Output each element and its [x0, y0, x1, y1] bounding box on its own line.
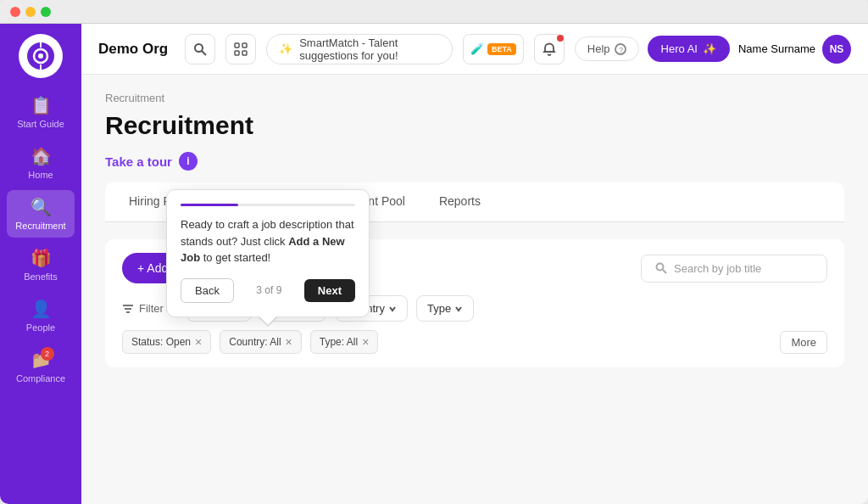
svg-point-13: [657, 264, 664, 271]
sidebar-item-compliance[interactable]: 📁 2 Compliance: [7, 343, 75, 390]
main-content: Demo Org ✨ Sm: [81, 24, 868, 504]
svg-point-5: [195, 44, 203, 52]
filter-type-label: Type: [427, 302, 451, 315]
search-button[interactable]: [185, 34, 215, 64]
svg-point-2: [38, 53, 43, 59]
compliance-badge: 2: [41, 347, 54, 361]
tooltip-next-button[interactable]: Next: [304, 279, 355, 302]
chip-status-close[interactable]: ×: [195, 335, 202, 349]
svg-text:?: ?: [619, 46, 623, 54]
hero-ai-button[interactable]: Hero AI ✨: [648, 36, 730, 62]
search-job-input[interactable]: Search by job title: [641, 255, 827, 283]
people-icon: 👤: [31, 299, 52, 319]
maximize-button[interactable]: [41, 7, 51, 17]
start-guide-icon: 📋: [31, 95, 52, 115]
chip-type-label: Type: All: [320, 336, 358, 348]
tab-label: Reports: [439, 194, 481, 208]
svg-rect-8: [242, 43, 247, 48]
minimize-button[interactable]: [25, 7, 36, 17]
take-tour-button[interactable]: Take a tour i: [105, 152, 844, 171]
svg-rect-10: [242, 51, 247, 55]
app-window: 📋 Start Guide 🏠 Home 🔍 Recruitment 🎁 Ben…: [0, 0, 868, 504]
sidebar-item-benefits[interactable]: 🎁 Benefits: [7, 241, 75, 288]
sidebar-item-label: Compliance: [16, 373, 65, 384]
flask-icon: 🧪: [470, 42, 484, 55]
sidebar-item-label: People: [26, 322, 55, 333]
sidebar-item-home[interactable]: 🏠 Home: [7, 139, 75, 187]
notification-dot: [557, 35, 564, 42]
topnav-right: Help ? Hero AI ✨ Name Surname NS: [575, 35, 851, 64]
sidebar-item-label: Benefits: [24, 272, 58, 282]
help-label: Help: [587, 42, 610, 55]
sidebar: 📋 Start Guide 🏠 Home 🔍 Recruitment 🎁 Ben…: [0, 24, 81, 504]
chips-row: Status: Open × Country: All × Type: All …: [122, 330, 827, 354]
hero-ai-label: Hero AI: [661, 42, 698, 55]
tooltip-back-button[interactable]: Back: [181, 278, 234, 303]
sidebar-item-label: Start Guide: [17, 119, 64, 129]
beta-label: BETA: [487, 43, 516, 55]
sidebar-logo: [19, 34, 63, 78]
sidebar-item-people[interactable]: 👤 People: [7, 292, 75, 339]
close-button[interactable]: [10, 7, 20, 17]
chip-type-close[interactable]: ×: [362, 335, 369, 349]
svg-rect-7: [235, 43, 239, 48]
more-button[interactable]: More: [780, 331, 827, 354]
notifications-button[interactable]: [534, 34, 565, 64]
tab-reports[interactable]: Reports: [422, 182, 498, 221]
recruitment-icon: 🔍: [31, 197, 52, 217]
filter-type-button[interactable]: Type: [416, 295, 474, 322]
smartmatch-icon: ✨: [279, 42, 292, 55]
tour-tooltip: Ready to craft a job description that st…: [166, 189, 370, 317]
beta-flask-button[interactable]: 🧪 BETA: [463, 34, 524, 64]
svg-line-14: [663, 270, 666, 273]
sidebar-item-recruitment[interactable]: 🔍 Recruitment: [7, 190, 75, 238]
tooltip-footer: Back 3 of 9 Next: [181, 278, 355, 303]
tooltip-text: Ready to craft a job description that st…: [181, 216, 355, 266]
page-title: Recruitment: [105, 111, 844, 140]
sidebar-item-start-guide[interactable]: 📋 Start Guide: [7, 88, 75, 136]
chip-type: Type: All ×: [310, 330, 379, 354]
tooltip-progress-bar: [181, 204, 355, 206]
smartmatch-label: SmartMatch - Talent suggestions for you!: [299, 36, 440, 62]
tour-info-icon: i: [179, 152, 198, 171]
chip-country: Country: All ×: [220, 330, 302, 354]
tooltip-arrow: [259, 316, 276, 325]
user-info: Name Surname NS: [738, 35, 851, 64]
take-tour-label: Take a tour: [105, 154, 172, 169]
search-placeholder: Search by job title: [674, 262, 761, 275]
benefits-icon: 🎁: [31, 248, 52, 268]
user-name: Name Surname: [738, 42, 815, 55]
org-name: Demo Org: [98, 41, 168, 58]
chip-country-close[interactable]: ×: [286, 335, 292, 349]
sidebar-item-label: Recruitment: [15, 221, 65, 231]
chip-status-label: Status: Open: [131, 336, 191, 348]
topnav: Demo Org ✨ Sm: [81, 24, 868, 75]
help-button[interactable]: Help ?: [575, 36, 639, 61]
smartmatch-button[interactable]: ✨ SmartMatch - Talent suggestions for yo…: [266, 34, 453, 64]
sidebar-item-label: Home: [28, 170, 53, 180]
chip-country-label: Country: All: [229, 336, 281, 348]
breadcrumb: Recruitment: [105, 92, 844, 104]
tooltip-step: 3 of 9: [256, 284, 281, 296]
tooltip-box: Ready to craft a job description that st…: [166, 189, 370, 317]
hero-ai-icon: ✨: [703, 42, 716, 55]
home-icon: 🏠: [31, 146, 52, 166]
tooltip-progress-fill: [181, 204, 238, 206]
tooltip-text-after: to get started!: [200, 251, 270, 264]
svg-rect-9: [235, 51, 239, 55]
content-area: Recruitment Recruitment Take a tour i Re…: [81, 75, 868, 504]
grid-button[interactable]: [225, 34, 256, 64]
svg-line-6: [202, 51, 206, 55]
chip-status: Status: Open ×: [122, 330, 211, 354]
user-avatar[interactable]: NS: [822, 35, 851, 64]
titlebar: [0, 0, 868, 24]
